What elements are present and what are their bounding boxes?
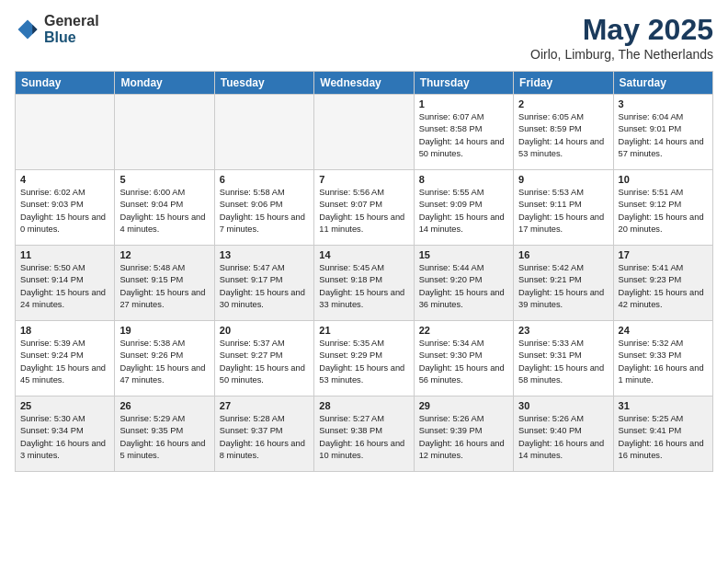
svg-marker-1 [32,24,37,34]
calendar-cell: 20Sunrise: 5:37 AMSunset: 9:27 PMDayligh… [214,321,313,396]
weekday-header: Thursday [414,72,513,95]
day-number: 8 [419,174,508,185]
calendar-cell: 7Sunrise: 5:56 AMSunset: 9:07 PMDaylight… [314,170,414,246]
calendar-cell: 31Sunrise: 5:25 AMSunset: 9:41 PMDayligh… [613,396,712,472]
day-info: Sunrise: 5:39 AMSunset: 9:24 PMDaylight:… [20,338,109,387]
logo-text: General Blue [44,13,99,45]
calendar-cell: 6Sunrise: 5:58 AMSunset: 9:06 PMDaylight… [214,170,313,246]
day-number: 31 [619,400,708,411]
day-number: 10 [619,174,708,185]
day-number: 19 [119,325,209,336]
day-info: Sunrise: 5:37 AMSunset: 9:27 PMDaylight:… [220,338,309,387]
logo-blue-text: Blue [44,29,99,46]
day-number: 7 [319,174,408,185]
calendar-cell: 24Sunrise: 5:32 AMSunset: 9:33 PMDayligh… [613,321,712,396]
day-number: 11 [20,249,109,260]
day-info: Sunrise: 5:50 AMSunset: 9:14 PMDaylight:… [20,262,109,312]
day-info: Sunrise: 5:41 AMSunset: 9:23 PMDaylight:… [619,262,708,312]
day-info: Sunrise: 5:33 AMSunset: 9:31 PMDaylight:… [518,338,608,387]
calendar-cell: 18Sunrise: 5:39 AMSunset: 9:24 PMDayligh… [16,321,115,396]
day-info: Sunrise: 5:45 AMSunset: 9:18 PMDaylight:… [319,262,408,312]
week-row: 4Sunrise: 6:02 AMSunset: 9:03 PMDaylight… [16,170,713,246]
week-row: 1Sunrise: 6:07 AMSunset: 8:58 PMDaylight… [16,95,713,170]
day-info: Sunrise: 5:44 AMSunset: 9:20 PMDaylight:… [419,262,508,312]
calendar-cell: 12Sunrise: 5:48 AMSunset: 9:15 PMDayligh… [115,246,214,321]
calendar-cell [115,95,214,170]
calendar-cell: 2Sunrise: 6:05 AMSunset: 8:59 PMDaylight… [514,95,613,170]
day-info: Sunrise: 6:05 AMSunset: 8:59 PMDaylight:… [518,111,608,161]
day-number: 30 [518,400,608,411]
calendar-cell: 11Sunrise: 5:50 AMSunset: 9:14 PMDayligh… [16,246,115,321]
week-row: 25Sunrise: 5:30 AMSunset: 9:34 PMDayligh… [16,396,713,472]
day-info: Sunrise: 5:28 AMSunset: 9:37 PMDaylight:… [220,413,309,463]
day-number: 18 [20,325,109,336]
day-number: 26 [119,400,209,411]
day-number: 29 [419,400,508,411]
day-info: Sunrise: 6:00 AMSunset: 9:04 PMDaylight:… [119,187,209,236]
logo: General Blue [15,13,99,45]
day-number: 27 [220,400,309,411]
day-number: 21 [319,325,408,336]
calendar-cell [16,95,115,170]
calendar-cell: 1Sunrise: 6:07 AMSunset: 8:58 PMDaylight… [414,95,513,170]
calendar-cell: 16Sunrise: 5:42 AMSunset: 9:21 PMDayligh… [514,246,613,321]
day-info: Sunrise: 5:58 AMSunset: 9:06 PMDaylight:… [220,187,309,236]
day-info: Sunrise: 5:53 AMSunset: 9:11 PMDaylight:… [518,187,608,236]
day-info: Sunrise: 5:29 AMSunset: 9:35 PMDaylight:… [119,413,209,463]
day-info: Sunrise: 6:04 AMSunset: 9:01 PMDaylight:… [619,111,708,161]
day-number: 12 [119,249,209,260]
day-info: Sunrise: 5:47 AMSunset: 9:17 PMDaylight:… [220,262,309,312]
month-title: May 2025 [530,13,713,47]
logo-general-text: General [44,13,99,29]
day-number: 1 [419,98,508,109]
weekday-header: Saturday [613,72,712,95]
day-number: 17 [619,249,708,260]
day-info: Sunrise: 6:07 AMSunset: 8:58 PMDaylight:… [419,111,508,161]
day-info: Sunrise: 5:27 AMSunset: 9:38 PMDaylight:… [319,413,408,463]
calendar-cell: 13Sunrise: 5:47 AMSunset: 9:17 PMDayligh… [214,246,313,321]
day-info: Sunrise: 6:02 AMSunset: 9:03 PMDaylight:… [20,187,109,236]
week-row: 18Sunrise: 5:39 AMSunset: 9:24 PMDayligh… [16,321,713,396]
calendar-cell: 27Sunrise: 5:28 AMSunset: 9:37 PMDayligh… [214,396,313,472]
day-number: 15 [419,249,508,260]
calendar-cell: 5Sunrise: 6:00 AMSunset: 9:04 PMDaylight… [115,170,214,246]
day-info: Sunrise: 5:26 AMSunset: 9:39 PMDaylight:… [419,413,508,463]
day-number: 14 [319,249,408,260]
calendar-cell: 19Sunrise: 5:38 AMSunset: 9:26 PMDayligh… [115,321,214,396]
day-number: 24 [619,325,708,336]
day-info: Sunrise: 5:30 AMSunset: 9:34 PMDaylight:… [20,413,109,463]
calendar-cell [314,95,414,170]
calendar-cell: 3Sunrise: 6:04 AMSunset: 9:01 PMDaylight… [613,95,712,170]
day-info: Sunrise: 5:51 AMSunset: 9:12 PMDaylight:… [619,187,708,236]
calendar-cell: 26Sunrise: 5:29 AMSunset: 9:35 PMDayligh… [115,396,214,472]
calendar-cell: 22Sunrise: 5:34 AMSunset: 9:30 PMDayligh… [414,321,513,396]
weekday-header: Friday [514,72,613,95]
header-row: SundayMondayTuesdayWednesdayThursdayFrid… [16,72,713,95]
day-number: 9 [518,174,608,185]
calendar-cell: 29Sunrise: 5:26 AMSunset: 9:39 PMDayligh… [414,396,513,472]
calendar-cell: 28Sunrise: 5:27 AMSunset: 9:38 PMDayligh… [314,396,414,472]
week-row: 11Sunrise: 5:50 AMSunset: 9:14 PMDayligh… [16,246,713,321]
calendar-cell: 14Sunrise: 5:45 AMSunset: 9:18 PMDayligh… [314,246,414,321]
weekday-header: Monday [115,72,214,95]
day-number: 20 [220,325,309,336]
weekday-header: Sunday [16,72,115,95]
calendar-table: SundayMondayTuesdayWednesdayThursdayFrid… [15,71,713,472]
header: General Blue May 2025 Oirlo, Limburg, Th… [15,13,713,62]
day-number: 5 [119,174,209,185]
day-info: Sunrise: 5:42 AMSunset: 9:21 PMDaylight:… [518,262,608,312]
calendar-cell: 23Sunrise: 5:33 AMSunset: 9:31 PMDayligh… [514,321,613,396]
day-number: 16 [518,249,608,260]
day-number: 3 [619,98,708,109]
day-info: Sunrise: 5:56 AMSunset: 9:07 PMDaylight:… [319,187,408,236]
day-number: 2 [518,98,608,109]
day-info: Sunrise: 5:32 AMSunset: 9:33 PMDaylight:… [619,338,708,387]
day-info: Sunrise: 5:25 AMSunset: 9:41 PMDaylight:… [619,413,708,463]
weekday-header: Wednesday [314,72,414,95]
day-info: Sunrise: 5:26 AMSunset: 9:40 PMDaylight:… [518,413,608,463]
location: Oirlo, Limburg, The Netherlands [530,47,713,62]
day-info: Sunrise: 5:34 AMSunset: 9:30 PMDaylight:… [419,338,508,387]
calendar-cell: 4Sunrise: 6:02 AMSunset: 9:03 PMDaylight… [16,170,115,246]
day-info: Sunrise: 5:35 AMSunset: 9:29 PMDaylight:… [319,338,408,387]
calendar-cell: 25Sunrise: 5:30 AMSunset: 9:34 PMDayligh… [16,396,115,472]
